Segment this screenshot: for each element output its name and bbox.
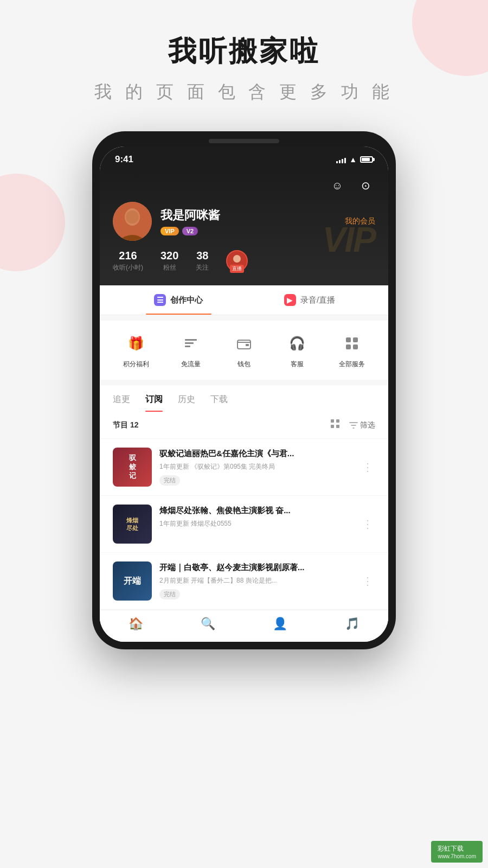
message-icon: ☺ [332, 180, 343, 192]
svg-rect-16 [331, 425, 334, 428]
customer-icon: 🎧 [285, 331, 309, 355]
program-actions: 筛选 [330, 418, 375, 432]
cover-text-2: 烽烟尽处 [126, 516, 138, 532]
phone-wrapper: 9:41 ▲ ☺ [0, 131, 488, 649]
svg-rect-14 [331, 419, 334, 423]
program-cover-3[interactable]: 开端 [113, 561, 152, 601]
bottom-nav: 🏠 🔍 👤 🎵 [100, 610, 388, 642]
stat-listen-label: 收听(小时) [113, 263, 143, 272]
wifi-icon: ▲ [349, 155, 357, 164]
service-all[interactable]: 全部服务 [339, 331, 365, 369]
phone-notch [209, 139, 279, 143]
cover-text-1: 驭鲛记 [129, 454, 136, 481]
live-avatar[interactable]: 直播 [226, 250, 248, 272]
program-info-3: 开端｜白敬亭、赵今麦主演影视剧原著... 2月前更新 开端【番外二】88 舆论是… [159, 561, 352, 599]
avatar[interactable] [113, 202, 152, 241]
program-count: 节目 12 [113, 420, 138, 430]
service-points[interactable]: 🎁 积分福利 [123, 331, 149, 369]
more-menu-3[interactable]: ⋮ [360, 572, 375, 590]
tab-record-label: 录音/直播 [300, 295, 335, 305]
points-label: 积分福利 [123, 360, 149, 369]
program-title-3: 开端｜白敬亭、赵今麦主演影视剧原著... [159, 561, 352, 573]
tab-trending[interactable]: 追更 [113, 394, 130, 412]
more-menu-1[interactable]: ⋮ [360, 458, 375, 476]
vip-badges: VIP V2 [160, 227, 345, 235]
wallet-label: 钱包 [237, 360, 251, 369]
program-info-1: 驭鲛记迪丽热巴&任嘉伦主演《与君... 1年前更新 《驭鲛记》第095集 完美终… [159, 448, 352, 486]
svg-rect-13 [353, 344, 358, 349]
stat-follow: 38 关注 [196, 250, 209, 272]
status-time: 9:41 [115, 154, 133, 165]
program-cover-2[interactable]: 烽烟尽处 [113, 505, 152, 544]
stat-follow-number: 38 [196, 250, 208, 262]
finished-badge-1: 完结 [159, 475, 180, 486]
more-menu-2[interactable]: ⋮ [360, 515, 375, 533]
svg-point-2 [126, 210, 139, 224]
svg-rect-5 [185, 339, 197, 341]
creator-tabs: ☰ 创作中心 ▶ 录音/直播 [100, 285, 388, 315]
status-bar: 9:41 ▲ [100, 146, 388, 170]
program-meta-1: 1年前更新 《驭鲛记》第095集 完美终局 [159, 462, 352, 471]
vip-badge: VIP [160, 227, 179, 235]
stat-follow-label: 关注 [196, 263, 209, 272]
svg-rect-15 [336, 419, 339, 423]
program-list: 驭鲛记 驭鲛记迪丽热巴&任嘉伦主演《与君... 1年前更新 《驭鲛记》第095集… [100, 439, 388, 610]
all-label: 全部服务 [339, 360, 365, 369]
live-badge: 直播 [230, 265, 244, 273]
layout-toggle-icon[interactable] [330, 418, 341, 432]
username: 我是阿咪酱 [160, 207, 345, 224]
sub-title: 我 的 页 面 包 含 更 多 功 能 [0, 80, 488, 104]
all-services-icon [340, 331, 364, 355]
customer-label: 客服 [291, 360, 304, 369]
nav-discover[interactable]: 🔍 [201, 617, 215, 631]
free-data-icon [179, 331, 203, 355]
nav-home[interactable]: 🏠 [129, 617, 143, 631]
program-meta-2: 1年前更新 烽烟尽处0555 [159, 519, 352, 528]
settings-icon-btn[interactable]: ⊙ [356, 176, 375, 195]
service-wallet[interactable]: 钱包 [232, 331, 256, 369]
program-cover-1[interactable]: 驭鲛记 [113, 448, 152, 487]
profile-info: 我是阿咪酱 VIP V2 我的会员 [113, 202, 375, 241]
watermark-main: 彩虹下载 [438, 844, 476, 853]
message-icon-btn[interactable]: ☺ [328, 176, 347, 195]
free-data-label: 免流量 [181, 360, 201, 369]
tab-record-live[interactable]: ▶ 录音/直播 [244, 285, 375, 315]
points-icon: 🎁 [124, 331, 148, 355]
program-info-2: 烽烟尽处张翰、焦俊艳主演影视 奋... 1年前更新 烽烟尽处0555 [159, 505, 352, 532]
phone-notch-bar [100, 139, 388, 143]
my-member-link[interactable]: 我的会员 [345, 216, 375, 226]
record-live-icon: ▶ [284, 294, 296, 306]
stat-fans-label: 粉丝 [163, 263, 176, 272]
top-icons-row: ☺ ⊙ [113, 176, 375, 195]
svg-rect-10 [346, 337, 351, 342]
tab-download[interactable]: 下载 [210, 394, 228, 412]
service-free-data[interactable]: 免流量 [179, 331, 203, 369]
nav-music[interactable]: 🎵 [345, 617, 359, 631]
stat-listen: 216 收听(小时) [113, 250, 143, 272]
svg-rect-9 [246, 344, 249, 346]
tab-history[interactable]: 历史 [178, 394, 195, 412]
stat-listen-number: 216 [119, 250, 137, 262]
svg-rect-6 [185, 342, 194, 344]
settings-icon: ⊙ [361, 179, 370, 192]
battery-fill [362, 158, 370, 161]
service-customer[interactable]: 🎧 客服 [285, 331, 309, 369]
watermark-sub: www.7hom.com [438, 853, 476, 859]
stat-fans-number: 320 [160, 250, 178, 262]
program-title-1: 驭鲛记迪丽热巴&任嘉伦主演《与君... [159, 448, 352, 459]
program-count-number: 12 [130, 420, 139, 429]
nav-user[interactable]: 👤 [273, 617, 287, 631]
v2-badge: V2 [182, 227, 198, 235]
svg-point-4 [233, 255, 241, 263]
list-item: 驭鲛记 驭鲛记迪丽热巴&任嘉伦主演《与君... 1年前更新 《驭鲛记》第095集… [100, 439, 388, 496]
list-item: 开端 开端｜白敬亭、赵今麦主演影视剧原著... 2月前更新 开端【番外二】88 … [100, 553, 388, 610]
program-header: 节目 12 [100, 412, 388, 439]
svg-rect-17 [336, 425, 339, 428]
services-grid: 🎁 积分福利 免流量 [100, 321, 388, 380]
phone-outer: 9:41 ▲ ☺ [92, 131, 396, 649]
filter-label: 筛选 [360, 420, 375, 430]
tab-creator-center[interactable]: ☰ 创作中心 [113, 285, 244, 315]
tab-subscription[interactable]: 订阅 [145, 394, 163, 412]
filter-button[interactable]: 筛选 [349, 420, 375, 430]
profile-section: ☺ ⊙ VIP [100, 170, 388, 285]
